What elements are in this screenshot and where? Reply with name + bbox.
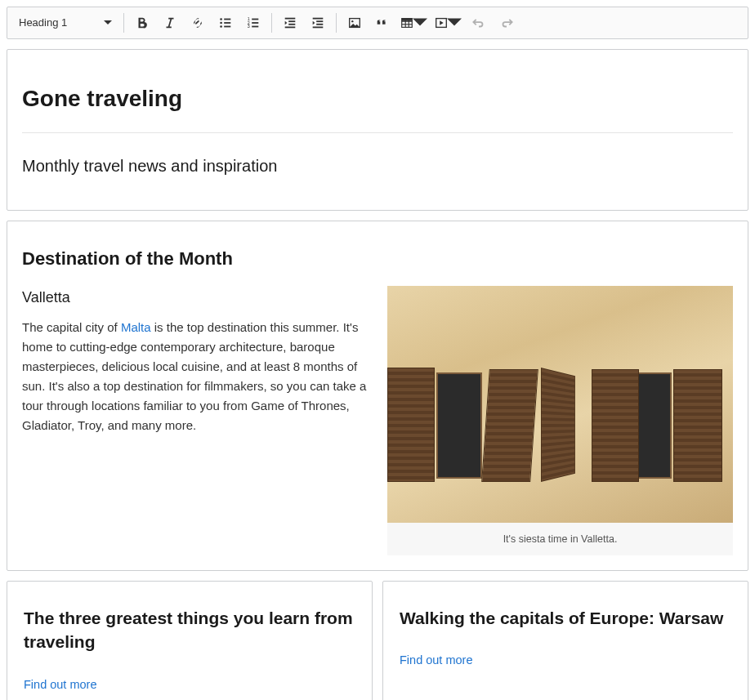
chevron-down-icon — [447, 16, 462, 30]
svg-rect-14 — [288, 24, 295, 25]
section-title: Destination of the Month — [22, 244, 733, 273]
svg-rect-13 — [288, 20, 295, 22]
bold-button[interactable] — [129, 10, 155, 36]
destination-paragraph: The capital city of Malta is the top des… — [22, 318, 368, 435]
articles-row: The three greatest things you learn from… — [7, 581, 748, 700]
italic-button[interactable] — [157, 10, 183, 36]
toolbar-separator — [336, 13, 337, 33]
svg-text:3: 3 — [248, 24, 250, 29]
destination-card[interactable]: Destination of the Month Valletta The ca… — [7, 221, 748, 571]
destination-text: Valletta The capital city of Malta is th… — [22, 286, 368, 435]
para-pre: The capital city of — [22, 320, 121, 334]
chevron-down-icon — [413, 16, 427, 30]
indent-icon — [310, 16, 325, 30]
italic-icon — [163, 16, 177, 30]
destination-image[interactable] — [387, 286, 733, 523]
svg-point-2 — [220, 22, 222, 25]
toolbar-separator — [271, 13, 272, 33]
numbered-list-icon: 123 — [246, 16, 261, 30]
bulleted-list-icon — [218, 16, 233, 30]
find-out-more-link[interactable]: Find out more — [400, 651, 472, 670]
svg-rect-16 — [313, 18, 324, 20]
article-card-left[interactable]: The three greatest things you learn from… — [7, 581, 373, 700]
link-button[interactable] — [185, 10, 211, 36]
heading-dropdown-label: Heading 1 — [19, 15, 67, 32]
chevron-down-icon — [104, 20, 112, 25]
quote-icon — [375, 16, 390, 30]
undo-button[interactable] — [466, 10, 492, 36]
divider — [22, 132, 733, 133]
svg-rect-15 — [285, 27, 296, 29]
svg-rect-11 — [252, 26, 258, 28]
editor-toolbar: Heading 1 123 — [7, 7, 748, 39]
image-button[interactable] — [342, 10, 368, 36]
indent-button[interactable] — [305, 10, 331, 36]
page-subtitle: Monthly travel news and inspiration — [22, 153, 733, 179]
svg-point-21 — [351, 20, 353, 22]
blockquote-button[interactable] — [369, 10, 395, 36]
svg-point-0 — [220, 18, 222, 20]
link-icon — [190, 16, 205, 30]
svg-rect-9 — [252, 22, 258, 24]
svg-rect-7 — [252, 19, 258, 20]
image-icon — [347, 16, 362, 30]
find-out-more-link[interactable]: Find out more — [24, 675, 96, 694]
table-button[interactable] — [397, 10, 430, 36]
undo-icon — [471, 16, 486, 30]
heading-dropdown[interactable]: Heading 1 — [12, 11, 118, 35]
svg-rect-5 — [224, 26, 230, 28]
destination-row: Valletta The capital city of Malta is th… — [22, 286, 733, 555]
svg-rect-1 — [224, 19, 230, 20]
para-post: is the top destination this summer. It's… — [22, 320, 366, 432]
image-caption: It's siesta time in Valletta. — [387, 523, 733, 555]
media-button[interactable] — [431, 10, 464, 36]
bulleted-list-button[interactable] — [212, 10, 239, 36]
page-title: Gone traveling — [22, 81, 733, 118]
svg-rect-3 — [224, 22, 230, 24]
malta-link[interactable]: Malta — [121, 320, 151, 334]
header-card[interactable]: Gone traveling Monthly travel news and i… — [7, 49, 748, 211]
destination-city: Valletta — [22, 286, 368, 310]
outdent-icon — [283, 16, 297, 30]
redo-icon — [499, 16, 514, 30]
article-title: Walking the capitals of Europe: Warsaw — [400, 606, 731, 630]
bold-icon — [135, 16, 150, 30]
svg-rect-18 — [316, 24, 323, 25]
svg-rect-17 — [316, 20, 323, 22]
svg-rect-27 — [402, 19, 413, 21]
svg-point-4 — [220, 25, 222, 28]
svg-rect-12 — [285, 18, 296, 20]
destination-figure: It's siesta time in Valletta. — [387, 286, 733, 555]
article-card-right[interactable]: Walking the capitals of Europe: Warsaw F… — [382, 581, 748, 700]
toolbar-separator — [123, 13, 124, 33]
svg-rect-19 — [313, 27, 324, 29]
outdent-button[interactable] — [277, 10, 303, 36]
article-title: The three greatest things you learn from… — [24, 606, 355, 654]
numbered-list-button[interactable]: 123 — [240, 10, 266, 36]
redo-button[interactable] — [494, 10, 520, 36]
